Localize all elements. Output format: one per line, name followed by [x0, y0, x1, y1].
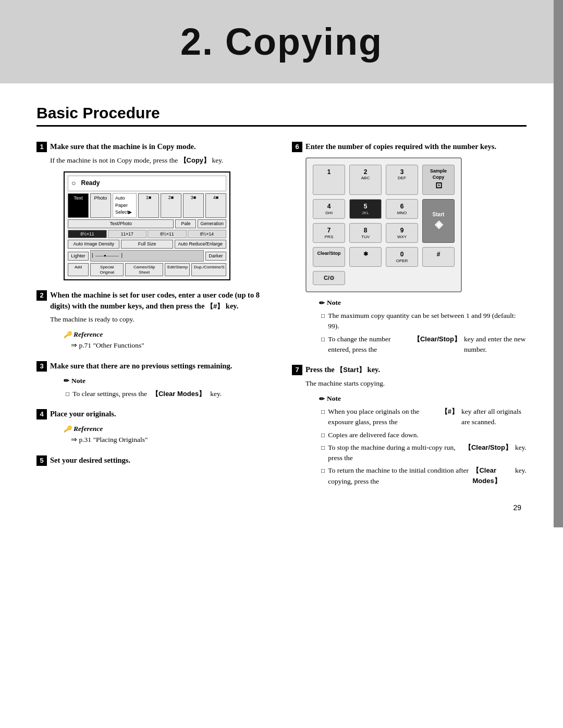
screen-cameo: Cameo/Slip Sheet — [125, 263, 163, 276]
clear-modes-key-3: 【Clear Modes】 — [152, 389, 205, 399]
screen-tab-text: Text — [68, 193, 89, 218]
step-4-ref-label: Reference — [64, 424, 271, 435]
step-4: 4 Place your originals. Reference ⇒ p.31… — [36, 409, 271, 446]
step-1: 1 Make sure that the machine is in Copy … — [36, 141, 271, 280]
screen-dup: Dup./Combine/S — [191, 263, 226, 276]
screen-density-slider: ▏——●———▕ — [90, 250, 204, 262]
screen-top-bar: ○ Ready — [68, 176, 226, 191]
screen-tab-photo: Photo — [90, 193, 111, 218]
step-7-header: 7 Press the 【Start】 key. — [292, 364, 527, 375]
key-3: 3DEF — [386, 165, 418, 195]
screen-ready-label: Ready — [81, 178, 100, 188]
step-7-note-1: When you place originals on the exposure… — [319, 406, 527, 428]
step-4-number: 4 — [36, 409, 47, 419]
screen-auto-paper: Auto PaperSelect▶ — [113, 193, 137, 218]
step-6: 6 Enter the number of copies required wi… — [292, 141, 527, 355]
screen-darker: Darker — [205, 252, 226, 261]
key-star: ✱ — [349, 247, 382, 267]
screen-mode-row: Text/Photo Pale Generation — [68, 219, 226, 228]
step-7-number: 7 — [292, 365, 302, 375]
clear-stop-key-6: 【Clear/Stop】 — [413, 334, 461, 344]
step-3-header: 3 Make sure that there are no previous s… — [36, 361, 271, 372]
step-7-heading: Press the 【Start】 key. — [305, 364, 527, 375]
step-1-number: 1 — [36, 142, 47, 152]
screen-size-2: 2■ — [161, 193, 181, 218]
clear-modes-key-7: 【Clear Modes】 — [472, 465, 512, 486]
paper-size-4: 8½×14 — [188, 230, 227, 238]
screen-lighter: Lighter — [68, 252, 89, 261]
screen-special-original: Special Original — [90, 263, 124, 276]
step-1-header: 1 Make sure that the machine is in Copy … — [36, 141, 271, 152]
step-6-note-label: Note — [319, 298, 527, 309]
key-1: 1 — [313, 165, 345, 195]
step-4-ref-content: ⇒ p.31 "Placing Originals" — [64, 435, 271, 446]
screen-slider-row: Lighter ▏——●———▕ Darker — [68, 250, 226, 262]
key-4: 4GHI — [313, 199, 345, 219]
key-6: 6MNO — [386, 199, 418, 219]
screen-generation: Generation — [198, 219, 226, 228]
key-cancel: C/⊙ — [313, 271, 345, 285]
page-number: 29 — [513, 503, 521, 512]
screen-size-1: 1■ — [138, 193, 159, 218]
section-title: Basic Procedure — [36, 104, 527, 127]
hash-key-2: 【#】 — [206, 302, 224, 310]
step-6-note-2: To change the number entered, press the … — [319, 334, 527, 355]
step-7-note-label: Note — [319, 393, 527, 404]
step-3: 3 Make sure that there are no previous s… — [36, 361, 271, 399]
step-7-note-4: To return the machine to the initial con… — [319, 465, 527, 487]
step-3-number: 3 — [36, 361, 47, 372]
step-2-ready-text: The machine is ready to copy. — [50, 314, 271, 325]
clear-stop-key-7: 【Clear/Stop】 — [464, 442, 512, 453]
step-6-body: 1 2ABC 3DEF Sample Copy⊡ 4GHI 5JKL 6MNO … — [292, 157, 527, 355]
step-1-body-text: If the machine is not in Copy mode, pres… — [50, 155, 271, 166]
step-1-body: If the machine is not in Copy mode, pres… — [36, 155, 271, 280]
paper-size-2: 11×17 — [108, 230, 147, 238]
step-4-reference: Reference ⇒ p.31 "Placing Originals" — [64, 424, 271, 446]
key-5: 5JKL — [349, 199, 382, 219]
step-3-body: Note To clear settings, press the 【Clear… — [36, 376, 271, 399]
step-7-note: Note When you place originals on the exp… — [319, 393, 527, 487]
step-2-ref-label: Reference — [64, 329, 271, 340]
step-2-number: 2 — [36, 290, 47, 301]
page-header: 2. Copying — [0, 0, 563, 83]
step-3-note-label: Note — [64, 376, 271, 387]
screen-text-photo: Text/Photo — [68, 219, 174, 228]
key-7: 7PRS — [313, 223, 345, 243]
screen-size-3: 3■ — [183, 193, 204, 218]
paper-size-1: 8½×11 — [68, 230, 107, 238]
left-column: 1 Make sure that the machine is in Copy … — [36, 141, 271, 496]
screen-add: Add — [68, 263, 89, 276]
screen-density-row: Auto Image Density Full Size Auto Reduce… — [68, 240, 226, 249]
step-4-header: 4 Place your originals. — [36, 409, 271, 419]
key-clear-stop: Clear/Stop — [313, 247, 345, 267]
step-3-heading: Make sure that there are no previous set… — [50, 361, 271, 371]
two-column-layout: 1 Make sure that the machine is in Copy … — [36, 141, 527, 496]
screen-auto-density: Auto Image Density — [68, 240, 119, 249]
step-7-body: The machine starts copying. Note When yo… — [292, 378, 527, 487]
page-title: 2. Copying — [180, 20, 383, 63]
step-2-ref-content: ⇒ p.71 "Other Functions" — [64, 340, 271, 351]
screen-bottom-row: Add Special Original Cameo/Slip Sheet Ed… — [68, 263, 226, 276]
right-column: 6 Enter the number of copies required wi… — [292, 141, 527, 496]
ready-circle: ○ — [71, 178, 76, 189]
step-7: 7 Press the 【Start】 key. The machine sta… — [292, 364, 527, 487]
paper-size-3: 8½×11 — [148, 230, 187, 238]
step-5-number: 5 — [36, 455, 47, 466]
hash-key-7: 【#】 — [441, 406, 458, 417]
screen-size-4: 4■ — [205, 193, 226, 218]
key-start: Start ◈ — [422, 199, 455, 243]
step-7-note-3: To stop the machine during a multi-copy … — [319, 442, 527, 464]
step-6-number: 6 — [292, 142, 302, 152]
key-9: 9WXY — [386, 223, 418, 243]
screen-pale: Pale — [175, 219, 196, 228]
step-5: 5 Set your desired settings. — [36, 455, 271, 466]
step-4-body: Reference ⇒ p.31 "Placing Originals" — [36, 424, 271, 446]
start-label: Start — [433, 212, 445, 218]
screen-reduce-enlarge: Auto Reduce/Enlarge — [175, 240, 226, 249]
step-3-note: Note To clear settings, press the 【Clear… — [64, 376, 271, 399]
step-5-heading: Set your desired settings. — [50, 455, 271, 465]
step-2: 2 When the machine is set for user codes… — [36, 290, 271, 351]
step-7-note-2: Copies are delivered face down. — [319, 430, 527, 440]
screen-mockup: ○ Ready Text Photo Auto PaperSelect▶ 1■ … — [64, 171, 230, 280]
screen-tab-row: Text Photo Auto PaperSelect▶ 1■ 2■ 3■ 4■ — [68, 193, 226, 218]
